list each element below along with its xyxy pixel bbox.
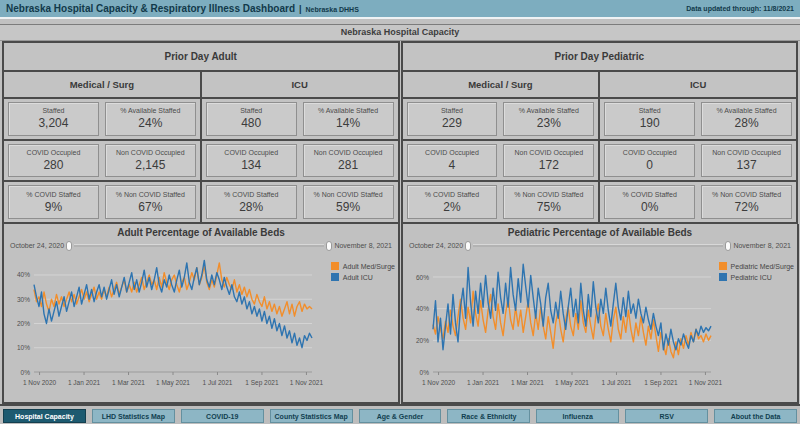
stat-value: 172 — [504, 158, 593, 172]
stat-row: COVID Occupied280Non COVID Occupied2,145 — [4, 139, 200, 181]
stat-box[interactable]: % Non COVID Staffed67% — [105, 185, 196, 219]
y-tick-label: 60% — [416, 274, 429, 281]
x-tick-label: 1 Nov 2021 — [290, 379, 324, 386]
app-header: Nebraska Hospital Capacity & Respiratory… — [0, 0, 800, 19]
tab-influenza[interactable]: Influenza — [536, 409, 619, 423]
stat-label: COVID Occupied — [408, 149, 497, 156]
y-tick-label: 30% — [17, 296, 30, 303]
tab-race-ethnicity[interactable]: Race & Ethnicity — [447, 409, 530, 423]
stat-box[interactable]: % COVID Staffed2% — [407, 185, 498, 219]
tab-county-statistics-map[interactable]: County Statistics Map — [270, 409, 353, 423]
tab-age-gender[interactable]: Age & Gender — [359, 409, 442, 423]
pediatric-date-slider: October 24, 2020 November 8, 2021 — [403, 238, 797, 252]
tabbar: Hospital CapacityLHD Statistics MapCOVID… — [0, 404, 800, 424]
x-tick-label: 1 Mar 2021 — [112, 379, 145, 386]
slider-end-handle[interactable] — [326, 241, 332, 251]
slider-start-handle[interactable] — [465, 241, 471, 251]
stat-box[interactable]: % Available Staffed28% — [701, 102, 792, 136]
stat-box[interactable]: Staffed480 — [206, 102, 297, 136]
y-tick-label: 10% — [17, 344, 30, 351]
x-tick-label: 1 Jul 2021 — [202, 379, 232, 386]
stat-value: 280 — [9, 158, 98, 172]
stat-label: % Available Staffed — [106, 107, 195, 114]
adult-chart-plot[interactable]: 0%10%20%30%40%1 Nov 20201 Jan 20211 Mar … — [4, 252, 398, 402]
stat-box[interactable]: Staffed190 — [604, 102, 695, 136]
stat-row: % COVID Staffed0%% Non COVID Staffed72% — [600, 180, 796, 222]
stat-box[interactable]: COVID Occupied134 — [206, 144, 297, 178]
stat-value: 3,204 — [9, 116, 98, 130]
x-tick-label: 1 Jan 2021 — [68, 379, 101, 386]
stat-group-title: ICU — [202, 72, 398, 99]
stat-box[interactable]: Non COVID Occupied172 — [503, 144, 594, 178]
legend-swatch-icon — [331, 262, 339, 270]
stat-box[interactable]: % Non COVID Staffed75% — [503, 185, 594, 219]
legend-item[interactable]: Adult Med/Surge — [331, 262, 395, 270]
tab-rsv[interactable]: RSV — [625, 409, 708, 423]
stat-label: % COVID Staffed — [408, 191, 497, 198]
stat-row: COVID Occupied4Non COVID Occupied172 — [403, 139, 599, 181]
stat-box[interactable]: Staffed3,204 — [8, 102, 99, 136]
pediatric-chart-legend: Pediatric Med/SurgePediatric ICU — [719, 262, 794, 284]
slider-start-handle[interactable] — [66, 241, 72, 251]
slider-start-label: October 24, 2020 — [10, 242, 64, 249]
stat-box[interactable]: % Non COVID Staffed59% — [303, 185, 394, 219]
stat-label: Staffed — [605, 107, 694, 114]
slider-track[interactable] — [74, 244, 324, 247]
stat-label: % Available Staffed — [504, 107, 593, 114]
chart-title: Pediatric Percentage of Available Beds — [403, 224, 797, 238]
stat-box[interactable]: % Non COVID Staffed72% — [701, 185, 792, 219]
stat-value: 4 — [408, 158, 497, 172]
pediatric-chart-plot[interactable]: 0%20%40%60%1 Nov 20201 Jan 20211 Mar 202… — [403, 252, 797, 402]
tab-about-the-data[interactable]: About the Data — [714, 409, 797, 423]
stat-box[interactable]: Non COVID Occupied2,145 — [105, 144, 196, 178]
legend-item[interactable]: Adult ICU — [331, 273, 395, 281]
y-tick-label: 20% — [416, 337, 429, 344]
stat-box[interactable]: Non COVID Occupied281 — [303, 144, 394, 178]
stat-box[interactable]: % Available Staffed14% — [303, 102, 394, 136]
stat-value: 229 — [408, 116, 497, 130]
stat-value: 9% — [9, 200, 98, 214]
stat-label: % Non COVID Staffed — [106, 191, 195, 198]
x-tick-label: 1 Mar 2021 — [511, 379, 544, 386]
x-tick-label: 1 Jul 2021 — [601, 379, 631, 386]
stat-group: Medical / SurgStaffed229% Available Staf… — [403, 72, 599, 222]
stat-box[interactable]: COVID Occupied0 — [604, 144, 695, 178]
stat-value: 0 — [605, 158, 694, 172]
stat-group-title: ICU — [600, 72, 796, 99]
stat-row: % COVID Staffed28%% Non COVID Staffed59% — [202, 180, 398, 222]
stat-label: % Available Staffed — [702, 107, 791, 114]
legend-label: Pediatric Med/Surge — [731, 263, 794, 270]
stat-box[interactable]: % COVID Staffed0% — [604, 185, 695, 219]
stat-box[interactable]: COVID Occupied280 — [8, 144, 99, 178]
stat-box[interactable]: % Available Staffed24% — [105, 102, 196, 136]
stat-box[interactable]: Staffed229 — [407, 102, 498, 136]
tab-hospital-capacity[interactable]: Hospital Capacity — [3, 409, 86, 423]
adult-beds-chart: Adult Percentage of Available Beds Octob… — [2, 224, 400, 404]
legend-item[interactable]: Pediatric ICU — [719, 273, 794, 281]
stat-value: 75% — [504, 200, 593, 214]
y-tick-label: 40% — [416, 305, 429, 312]
stat-value: 134 — [207, 158, 296, 172]
x-tick-label: 1 Sep 2021 — [245, 379, 279, 387]
stat-row: Staffed190% Available Staffed28% — [600, 99, 796, 139]
stat-label: Non COVID Occupied — [702, 149, 791, 156]
stat-value: 480 — [207, 116, 296, 130]
stat-box[interactable]: % COVID Staffed28% — [206, 185, 297, 219]
stat-value: 28% — [702, 116, 791, 130]
stat-box[interactable]: COVID Occupied4 — [407, 144, 498, 178]
slider-end-label: November 8, 2021 — [334, 242, 392, 249]
legend-item[interactable]: Pediatric Med/Surge — [719, 262, 794, 270]
x-tick-label: 1 Sep 2021 — [644, 379, 678, 387]
stat-box[interactable]: % Available Staffed23% — [503, 102, 594, 136]
tab-lhd-statistics-map[interactable]: LHD Statistics Map — [92, 409, 175, 423]
stat-box[interactable]: % COVID Staffed9% — [8, 185, 99, 219]
slider-track[interactable] — [473, 244, 723, 247]
stat-value: 72% — [702, 200, 791, 214]
tab-covid-19[interactable]: COVID-19 — [181, 409, 264, 423]
app-subtitle: Nebraska DHHS — [306, 6, 359, 13]
stat-group-title: Medical / Surg — [4, 72, 200, 99]
slider-end-handle[interactable] — [725, 241, 731, 251]
legend-swatch-icon — [719, 273, 727, 281]
app-title-group: Nebraska Hospital Capacity & Respiratory… — [6, 3, 359, 14]
stat-box[interactable]: Non COVID Occupied137 — [701, 144, 792, 178]
